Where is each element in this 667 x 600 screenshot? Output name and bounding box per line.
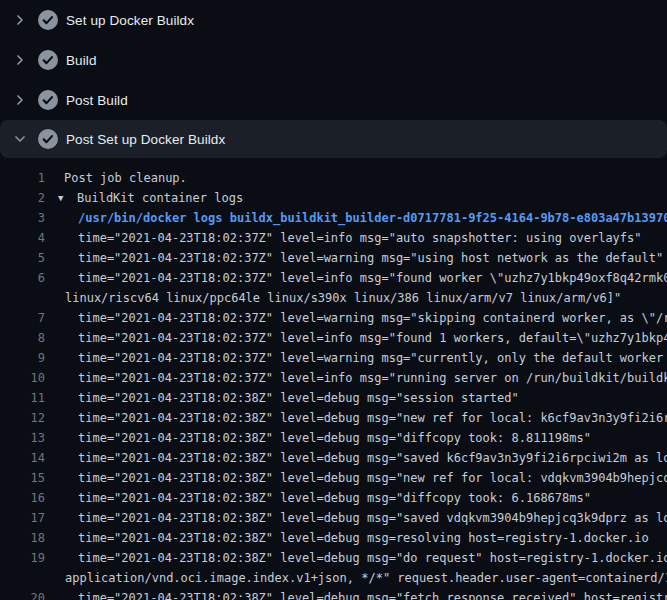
log-text: ▼time="2021-04-23T18:02:38Z" level=debug… <box>78 531 649 545</box>
chevron-icon[interactable] <box>12 52 28 68</box>
log-text: ▼time="2021-04-23T18:02:37Z" level=warni… <box>78 251 663 265</box>
line-number-link[interactable]: 18 <box>0 531 45 545</box>
line-number-link[interactable]: 2 <box>0 191 45 205</box>
line-number-link[interactable]: 13 <box>0 431 45 445</box>
log-line-row: 9 ▼time="2021-04-23T18:02:37Z" level=war… <box>0 348 667 368</box>
log-line-row: 3 ▼/usr/bin/docker logs buildx_buildkit_… <box>0 208 667 228</box>
line-number-link[interactable]: 16 <box>0 491 45 505</box>
step-title: Post Set up Docker Buildx <box>66 132 225 147</box>
line-number-link[interactable]: 12 <box>0 411 45 425</box>
chevron-icon[interactable] <box>12 92 28 108</box>
log-text: ▼time="2021-04-23T18:02:37Z" level=warni… <box>78 351 667 365</box>
log-text-value: time="2021-04-23T18:02:38Z" level=debug … <box>78 511 667 525</box>
line-number-link[interactable]: 15 <box>0 471 45 485</box>
log-text: ▼time="2021-04-23T18:02:38Z" level=debug… <box>78 451 667 465</box>
log-line-row: 8 ▼time="2021-04-23T18:02:37Z" level=inf… <box>0 328 667 348</box>
log-text: ▼time="2021-04-23T18:02:37Z" level=info … <box>78 371 667 385</box>
log-line-row: 18 ▼time="2021-04-23T18:02:38Z" level=de… <box>0 528 667 548</box>
log-text-value: time="2021-04-23T18:02:38Z" level=debug … <box>78 551 667 565</box>
step-title: Build <box>66 53 97 68</box>
log-text-value: time="2021-04-23T18:02:37Z" level=info m… <box>78 371 667 385</box>
log-line-row: 2 ▼BuildKit container logs <box>0 188 667 208</box>
check-circle-icon <box>38 90 58 110</box>
log-line-row: 5 ▼time="2021-04-23T18:02:37Z" level=war… <box>0 248 667 268</box>
log-line-row: 16 ▼time="2021-04-23T18:02:38Z" level=de… <box>0 488 667 508</box>
log-line-row: 6 ▼time="2021-04-23T18:02:37Z" level=inf… <box>0 268 667 288</box>
log-text: ▼time="2021-04-23T18:02:38Z" level=debug… <box>78 471 667 485</box>
log-line-row: 4 ▼time="2021-04-23T18:02:37Z" level=inf… <box>0 228 667 248</box>
log-text-value: time="2021-04-23T18:02:38Z" level=debug … <box>78 431 591 445</box>
log-line-row: 13 ▼time="2021-04-23T18:02:38Z" level=de… <box>0 428 667 448</box>
log-text: ▼application/vnd.oci.image.index.v1+json… <box>65 571 667 585</box>
line-number-link[interactable]: 8 <box>0 331 45 345</box>
log-text: ▼time="2021-04-23T18:02:37Z" level=info … <box>78 331 667 345</box>
log-line-row: ▼application/vnd.oci.image.index.v1+json… <box>0 568 667 588</box>
log-line-row: 20 ▼time="2021-04-23T18:02:38Z" level=de… <box>0 588 667 600</box>
log-text-value: time="2021-04-23T18:02:37Z" level=info m… <box>78 271 667 285</box>
line-number-link[interactable]: 6 <box>0 271 45 285</box>
line-number-link[interactable]: 1 <box>0 171 45 185</box>
log-text-value: time="2021-04-23T18:02:37Z" level=info m… <box>78 331 667 345</box>
log-text: ▼time="2021-04-23T18:02:38Z" level=debug… <box>78 411 667 425</box>
log-text-value: time="2021-04-23T18:02:38Z" level=debug … <box>78 411 667 425</box>
step-row[interactable]: Post Set up Docker Buildx <box>0 120 667 158</box>
log-text: ▼time="2021-04-23T18:02:37Z" level=warni… <box>78 311 667 325</box>
log-text-value: application/vnd.oci.image.index.v1+json,… <box>65 571 667 585</box>
line-number-link[interactable]: 20 <box>0 591 45 600</box>
log-line-row: 11 ▼time="2021-04-23T18:02:38Z" level=de… <box>0 388 667 408</box>
log-line-row: 1 ▼Post job cleanup. <box>0 168 667 188</box>
log-line-row: ▼linux/riscv64 linux/ppc64le linux/s390x… <box>0 288 667 308</box>
log-text-value: Post job cleanup. <box>64 171 187 185</box>
check-circle-icon <box>38 50 58 70</box>
line-number-link[interactable]: 17 <box>0 511 45 525</box>
log-text-value: time="2021-04-23T18:02:38Z" level=debug … <box>78 391 519 405</box>
log-text: ▼linux/riscv64 linux/ppc64le linux/s390x… <box>65 291 621 305</box>
log-text: ▼BuildKit container logs <box>58 191 243 205</box>
line-number-link[interactable]: 4 <box>0 231 45 245</box>
step-title: Set up Docker Buildx <box>66 13 194 28</box>
line-number-link[interactable]: 11 <box>0 391 45 405</box>
log-text: ▼Post job cleanup. <box>64 171 187 185</box>
log-line-row: 7 ▼time="2021-04-23T18:02:37Z" level=war… <box>0 308 667 328</box>
log-text: ▼time="2021-04-23T18:02:38Z" level=debug… <box>78 551 667 565</box>
chevron-icon[interactable] <box>12 131 28 147</box>
log-text-value: BuildKit container logs <box>77 191 243 205</box>
check-circle-icon <box>38 129 58 149</box>
log-text-value: time="2021-04-23T18:02:38Z" level=debug … <box>78 531 649 545</box>
line-number-link[interactable]: 10 <box>0 371 45 385</box>
log-text-value: time="2021-04-23T18:02:37Z" level=warnin… <box>78 251 663 265</box>
log-text-value: linux/riscv64 linux/ppc64le linux/s390x … <box>65 291 621 305</box>
line-number-link[interactable]: 19 <box>0 551 45 565</box>
log-text-value: time="2021-04-23T18:02:38Z" level=debug … <box>78 591 667 600</box>
log-text-value: time="2021-04-23T18:02:38Z" level=debug … <box>78 451 667 465</box>
log-line-row: 19 ▼time="2021-04-23T18:02:38Z" level=de… <box>0 548 667 568</box>
log-line-row: 10 ▼time="2021-04-23T18:02:37Z" level=in… <box>0 368 667 388</box>
log-line-row: 15 ▼time="2021-04-23T18:02:38Z" level=de… <box>0 468 667 488</box>
log-lines: 1 ▼Post job cleanup. 2 ▼BuildKit contain… <box>0 158 667 600</box>
chevron-icon[interactable] <box>12 12 28 28</box>
log-text-value: time="2021-04-23T18:02:37Z" level=warnin… <box>78 351 667 365</box>
step-row[interactable]: Build <box>0 40 667 80</box>
log-line-row: 14 ▼time="2021-04-23T18:02:38Z" level=de… <box>0 448 667 468</box>
check-circle-icon <box>38 10 58 30</box>
step-row[interactable]: Post Build <box>0 80 667 120</box>
log-text: ▼time="2021-04-23T18:02:38Z" level=debug… <box>78 591 667 600</box>
log-text-value: time="2021-04-23T18:02:37Z" level=info m… <box>78 231 642 245</box>
log-text: ▼time="2021-04-23T18:02:38Z" level=debug… <box>78 491 591 505</box>
group-caret-icon[interactable]: ▼ <box>58 193 77 203</box>
log-text: ▼time="2021-04-23T18:02:37Z" level=info … <box>78 271 667 285</box>
log-line-row: 17 ▼time="2021-04-23T18:02:38Z" level=de… <box>0 508 667 528</box>
steps-list: Set up Docker Buildx Build <box>0 0 667 158</box>
log-text-value: /usr/bin/docker logs buildx_buildkit_bui… <box>78 211 667 225</box>
line-number-link[interactable]: 14 <box>0 451 45 465</box>
log-text: ▼time="2021-04-23T18:02:37Z" level=info … <box>78 231 642 245</box>
step-row[interactable]: Set up Docker Buildx <box>0 0 667 40</box>
line-number-link[interactable]: 3 <box>0 211 45 225</box>
line-number-link[interactable]: 7 <box>0 311 45 325</box>
line-number-link[interactable]: 9 <box>0 351 45 365</box>
log-line-row: 12 ▼time="2021-04-23T18:02:38Z" level=de… <box>0 408 667 428</box>
log-text-value: time="2021-04-23T18:02:38Z" level=debug … <box>78 471 667 485</box>
log-text-value: time="2021-04-23T18:02:38Z" level=debug … <box>78 491 591 505</box>
line-number-link[interactable]: 5 <box>0 251 45 265</box>
log-text: ▼time="2021-04-23T18:02:38Z" level=debug… <box>78 391 519 405</box>
